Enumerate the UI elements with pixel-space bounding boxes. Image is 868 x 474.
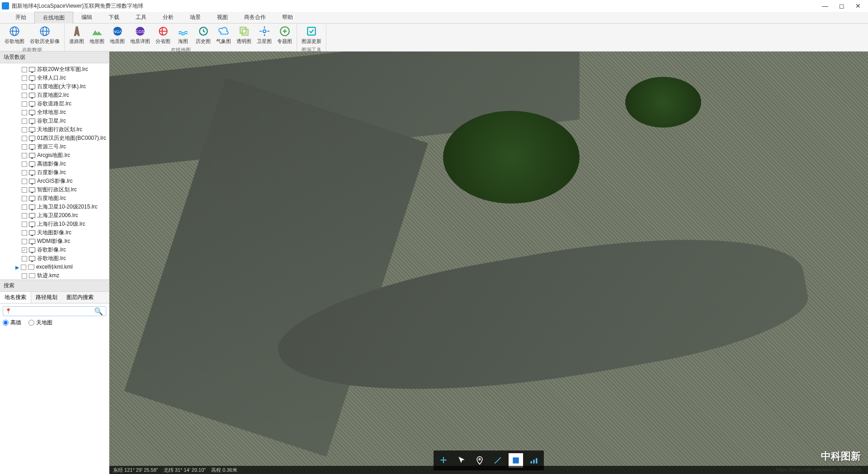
menu-商务合作[interactable]: 商务合作 [236,12,274,23]
menu-开始[interactable]: 开始 [7,12,34,23]
tree-label: 上海卫星2006.lrc [37,212,78,219]
ribbon-图源更新[interactable]: 图源更新 [300,24,323,46]
tree-item[interactable]: 上海卫星2006.lrc [0,211,109,220]
tree-checkbox[interactable] [22,127,27,133]
ribbon-海图[interactable]: 海图 [174,24,192,46]
radio-天地图[interactable]: 天地图 [28,319,52,327]
search-icon[interactable]: 🔍 [91,307,106,316]
layer-tree[interactable]: 苏联20W全球军图.lrc全球人口.lrc百度地图(大字体).lrc百度地图2.… [0,63,109,280]
tree-checkbox[interactable] [22,230,27,236]
tree-item[interactable]: 百度地图.lrc [0,194,109,203]
tree-checkbox[interactable] [21,265,26,270]
tree-checkbox[interactable] [22,153,27,158]
tree-checkbox[interactable] [22,196,27,201]
search-tab-图层内搜索[interactable]: 图层内搜索 [62,292,98,303]
menu-编辑[interactable]: 编辑 [73,12,100,23]
tree-checkbox[interactable] [22,239,27,244]
menu-视图[interactable]: 视图 [209,12,236,23]
tree-checkbox[interactable] [22,101,27,107]
tree-checkbox[interactable] [22,93,27,98]
tree-checkbox[interactable] [22,213,27,218]
ribbon-label: 谷歌历史影像 [30,38,60,45]
tree-item[interactable]: 百度地图(大字体).lrc [0,82,109,91]
tree-item[interactable]: 谷歌影像.lrc [0,246,109,254]
tree-checkbox[interactable] [22,76,27,81]
ribbon-地形图[interactable]: 地形图 [88,24,106,46]
province-icon [157,25,169,37]
search-input[interactable] [14,307,91,316]
tree-label: 百度地图(大字体).lrc [37,83,86,90]
tree-label: 轨迹.kmz [37,272,59,280]
ribbon-地质图[interactable]: NGA地质图 [108,24,127,46]
menu-下载[interactable]: 下载 [100,12,127,23]
menu-场景[interactable]: 场景 [182,12,209,23]
menu-帮助[interactable]: 帮助 [274,12,301,23]
ribbon-道路图[interactable]: 道路图 [67,24,86,46]
tree-item[interactable]: Arcgis地图.lrc [0,151,109,160]
tree-item[interactable]: 上海行政10-20级.lrc [0,220,109,228]
ribbon-历史图[interactable]: 历史图 [194,24,212,46]
svg-line-18 [495,457,500,463]
ribbon-分省图[interactable]: 分省图 [154,24,172,46]
ribbon-透明图[interactable]: 透明图 [235,24,253,46]
tree-checkbox[interactable] [22,67,27,72]
tree-item[interactable]: 全球地形.lrc [0,108,109,117]
tree-checkbox[interactable] [22,222,27,227]
tree-arrow-icon[interactable]: ▶ [15,265,20,270]
tree-item[interactable]: ▶excel转kml.kml [0,263,109,271]
tree-item[interactable]: 天地图影像.lrc [0,228,109,237]
tree-checkbox[interactable] [22,256,27,261]
close-button[interactable]: ✕ [855,2,861,9]
ribbon-专题图[interactable]: 专题图 [275,24,294,46]
tree-checkbox[interactable] [22,118,27,124]
tree-item[interactable]: 高德影像.lrc [0,160,109,168]
tree-item[interactable]: 谷歌地图.lrc [0,254,109,263]
tree-item[interactable]: 上海卫星10-20级2015.lrc [0,203,109,211]
tree-item[interactable]: ArcGIS影像.lrc [0,177,109,185]
tree-label: 谷歌影像.lrc [37,246,66,254]
tree-item[interactable]: 01西汉历史地图(BC0007).lrc [0,134,109,142]
tree-checkbox[interactable] [22,170,27,175]
monitor-icon [29,230,35,235]
tree-item[interactable]: 智图行政区划.lrc [0,185,109,194]
tree-item[interactable]: 谷歌道路层.lrc [0,100,109,108]
tree-item[interactable]: WDMI影像.lrc [0,237,109,246]
tree-checkbox[interactable] [22,110,27,115]
tree-checkbox[interactable] [22,187,27,193]
tree-checkbox[interactable] [22,273,27,279]
ribbon-label: 分省图 [156,38,170,45]
ribbon-卫星图[interactable]: 卫星图 [255,24,274,46]
tree-item[interactable]: 苏联20W全球军图.lrc [0,65,109,74]
tree-checkbox[interactable] [22,161,27,167]
tree-item[interactable]: 百度地图2.lrc [0,91,109,100]
minimize-button[interactable]: — [822,2,828,9]
map-viewport[interactable]: 中科图新 https://blog.csdn.net/weixin_395117… [109,52,868,474]
tree-checkbox[interactable] [22,179,27,184]
radio-高德[interactable]: 高德 [3,319,21,327]
tree-item[interactable]: 谷歌卫星.lrc [0,117,109,125]
menu-分析[interactable]: 分析 [155,12,182,23]
tree-checkbox[interactable] [22,247,27,253]
radio-input[interactable] [28,320,34,326]
tree-label: 天地图影像.lrc [37,229,71,237]
tree-item[interactable]: 资源三号.lrc [0,142,109,151]
tree-item[interactable]: 轨迹.kmz [0,271,109,280]
ribbon-地质详图[interactable]: CGS地质详图 [128,24,152,46]
file-icon [29,273,35,278]
search-tab-地名搜索[interactable]: 地名搜索 [0,292,31,303]
search-tab-路径规划[interactable]: 路径规划 [31,292,62,303]
menu-在线地图[interactable]: 在线地图 [34,12,73,24]
tree-item[interactable]: 百度影像.lrc [0,168,109,177]
tree-checkbox[interactable] [22,144,27,150]
tree-checkbox[interactable] [22,136,27,141]
tree-checkbox[interactable] [22,84,27,90]
ribbon-谷歌历史影像[interactable]: 谷歌历史影像 [28,24,61,46]
maximize-button[interactable]: ◻ [839,2,844,9]
tree-item[interactable]: 天地图行政区划.lrc [0,125,109,134]
radio-input[interactable] [3,320,9,326]
tree-checkbox[interactable] [22,204,27,210]
ribbon-气象图[interactable]: 气象图 [214,24,233,46]
menu-工具[interactable]: 工具 [127,12,155,23]
tree-item[interactable]: 全球人口.lrc [0,74,109,82]
ribbon-谷歌地图[interactable]: 谷歌地图 [3,24,26,46]
